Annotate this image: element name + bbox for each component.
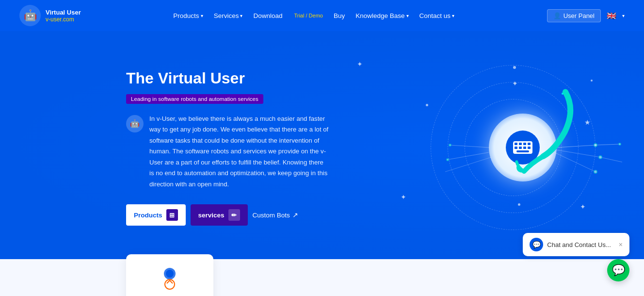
chat-fab-button[interactable]: 💬 — [607, 259, 629, 281]
nav-item-download[interactable]: Download — [249, 10, 286, 22]
deco-dot-2 — [591, 80, 593, 82]
nav-links: Products ▾ Services ▾ Download Trial / D… — [169, 10, 458, 22]
nav-link-services[interactable]: Services ▾ — [210, 10, 247, 22]
logo-area: 🤖 Virtual User v-user.com — [19, 5, 81, 26]
keyboard-icon — [506, 131, 540, 164]
hero-visual — [421, 55, 625, 240]
hero-content: The Virtual User Leading in software rob… — [126, 69, 330, 226]
navbar: 🤖 Virtual User v-user.com Products ▾ Ser… — [0, 0, 644, 31]
chat-close-button[interactable]: × — [619, 241, 623, 248]
user-icon: 👤 — [553, 12, 561, 19]
hero-section: ✦ ✦ ✦ ★ ✦ The Virtual User Leading in so… — [0, 31, 644, 259]
nav-link-contact[interactable]: Contact us ▾ — [416, 10, 459, 22]
products-button[interactable]: Products ⊞ — [126, 204, 186, 226]
services-button[interactable]: services ✏ — [191, 204, 248, 226]
brand-domain: v-user.com — [46, 16, 81, 23]
nav-link-knowledge[interactable]: Knowledge Base ▾ — [352, 10, 412, 22]
services-button-label: services — [198, 212, 225, 219]
flag-icon: 🇬🇧 — [607, 11, 616, 20]
nav-right: 👤 User Panel 🇬🇧 ▾ — [547, 9, 625, 22]
svg-rect-10 — [516, 150, 529, 152]
user-panel-button[interactable]: 👤 User Panel — [547, 9, 601, 22]
svg-point-14 — [619, 143, 621, 145]
deco-dot-1 — [513, 66, 516, 69]
custom-bots-link[interactable]: Custom Bots ↗ — [253, 211, 298, 219]
nav-link-download[interactable]: Download — [249, 10, 286, 22]
chat-bubble-icon: 💬 — [530, 238, 543, 251]
nav-item-services[interactable]: Services ▾ — [210, 10, 247, 22]
svg-line-16 — [600, 157, 622, 162]
nav-item-trial[interactable]: Trial / Demo — [289, 10, 327, 21]
language-chevron-icon[interactable]: ▾ — [622, 13, 625, 18]
chevron-down-icon: ▾ — [452, 13, 454, 18]
card-icon — [155, 264, 184, 296]
nav-link-products[interactable]: Products ▾ — [169, 10, 207, 22]
chevron-down-icon: ▾ — [201, 13, 203, 18]
svg-rect-8 — [523, 147, 526, 149]
hero-description: In v-User, we believe there is always a … — [149, 114, 330, 190]
chat-bubble: 💬 Chat and Contact Us... × — [523, 233, 629, 256]
svg-point-19 — [594, 170, 597, 173]
sparkle-3: ✦ — [401, 193, 406, 201]
hero-title: The Virtual User — [126, 69, 330, 87]
svg-rect-4 — [523, 143, 526, 145]
products-button-label: Products — [134, 212, 162, 219]
deco-dot-3 — [518, 203, 520, 206]
chevron-down-icon: ▾ — [406, 13, 409, 18]
nav-item-buy[interactable]: Buy — [330, 10, 349, 22]
robot-icon: 🤖 — [126, 115, 144, 132]
svg-rect-2 — [515, 143, 517, 145]
svg-rect-7 — [519, 147, 522, 149]
hero-buttons: Products ⊞ services ✏ Custom Bots ↗ — [126, 204, 330, 226]
nav-link-trial[interactable]: Trial / Demo — [289, 10, 327, 21]
nav-item-knowledge[interactable]: Knowledge Base ▾ — [352, 10, 412, 22]
brand-name: Virtual User — [46, 9, 81, 16]
svg-rect-5 — [528, 143, 531, 145]
hero-text-block: 🤖 In v-User, we believe there is always … — [126, 114, 330, 190]
nav-link-buy[interactable]: Buy — [330, 10, 349, 22]
svg-rect-9 — [528, 147, 531, 149]
svg-rect-3 — [519, 143, 522, 145]
logo-text: Virtual User v-user.com — [46, 9, 81, 23]
hero-badge: Leading in software robots and automatio… — [126, 94, 263, 104]
chat-label: Chat and Contact Us... — [547, 241, 611, 248]
card-preview — [126, 254, 213, 296]
chat-widget: 💬 Chat and Contact Us... × 💬 — [523, 233, 629, 281]
nav-item-products[interactable]: Products ▾ — [169, 10, 207, 22]
svg-point-29 — [166, 270, 174, 278]
sparkle-1: ✦ — [357, 60, 363, 68]
robot-center — [489, 114, 557, 181]
svg-line-12 — [596, 144, 620, 145]
svg-rect-6 — [515, 147, 517, 149]
svg-point-17 — [599, 156, 602, 159]
grid-icon: ⊞ — [166, 209, 178, 221]
chat-fab-icon: 💬 — [612, 264, 625, 277]
nav-item-contact[interactable]: Contact us ▾ — [416, 10, 459, 22]
pencil-icon: ✏ — [228, 209, 240, 221]
external-link-icon: ↗ — [292, 211, 298, 219]
chevron-down-icon: ▾ — [240, 13, 242, 18]
deco-dot-4 — [426, 104, 428, 106]
logo-icon: 🤖 — [19, 5, 41, 26]
